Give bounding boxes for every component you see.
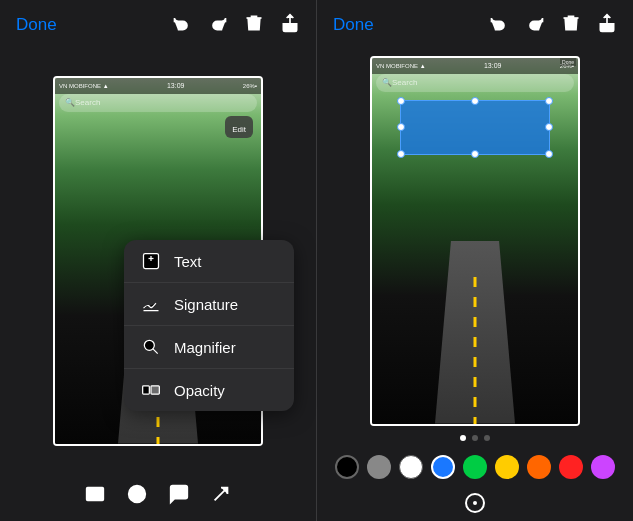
left-top-bar: Done	[0, 0, 316, 50]
right-panel: Done	[317, 0, 633, 521]
right-share-icon[interactable]	[597, 13, 617, 38]
road-line-right	[474, 277, 477, 423]
left-panel: Done	[0, 0, 316, 521]
sel-handle-mr[interactable]	[545, 123, 553, 131]
undo-icon[interactable]	[172, 13, 192, 38]
right-phone-area: VN MOBIFONE ▲ 13:09 26%▪ 🔍 Search	[317, 50, 633, 431]
menu-text-label: Text	[174, 253, 202, 270]
color-gray[interactable]	[367, 455, 391, 479]
phone-status-bar-left: VN MOBIFONE ▲ 13:09 26%▪	[55, 78, 261, 94]
speech-bubble-shape-icon[interactable]	[168, 483, 190, 510]
edit-button[interactable]: Edit	[225, 116, 253, 138]
circle-shape-icon[interactable]	[126, 483, 148, 510]
left-phone-area: VN MOBIFONE ▲ 13:09 26%▪ 🔍 Search Edit	[0, 50, 316, 471]
share-icon[interactable]	[280, 13, 300, 38]
left-done-button[interactable]: Done	[16, 15, 57, 35]
svg-rect-9	[87, 487, 104, 500]
sel-handle-br[interactable]	[545, 150, 553, 158]
time-text-right: 13:09	[484, 62, 502, 69]
carrier-text-right: VN MOBIFONE ▲	[376, 63, 426, 69]
edit-label: Edit	[232, 125, 246, 134]
text-icon	[140, 250, 162, 272]
phone-search-bar-right: 🔍 Search	[376, 74, 574, 92]
color-orange[interactable]	[527, 455, 551, 479]
right-trash-icon[interactable]	[561, 13, 581, 38]
trash-icon[interactable]	[244, 13, 264, 38]
svg-line-6	[153, 349, 158, 354]
svg-rect-8	[151, 386, 159, 394]
context-menu: Text Signature Magnifier	[124, 240, 294, 411]
sel-handle-tc[interactable]	[471, 97, 479, 105]
extra-status: Done	[560, 58, 576, 66]
right-redo-icon[interactable]	[525, 13, 545, 38]
color-palette	[317, 445, 633, 489]
sel-handle-bc[interactable]	[471, 150, 479, 158]
phone-search-bar-left: 🔍 Search	[59, 94, 257, 112]
menu-signature-label: Signature	[174, 296, 238, 313]
menu-item-text[interactable]: Text	[124, 240, 294, 283]
right-top-bar: Done	[317, 0, 633, 50]
selection-box[interactable]	[400, 100, 550, 155]
color-purple[interactable]	[591, 455, 615, 479]
menu-item-opacity[interactable]: Opacity	[124, 369, 294, 411]
color-red[interactable]	[559, 455, 583, 479]
magnifier-icon	[140, 336, 162, 358]
sel-handle-bl[interactable]	[397, 150, 405, 158]
color-black[interactable]	[335, 455, 359, 479]
sel-handle-ml[interactable]	[397, 123, 405, 131]
redo-icon[interactable]	[208, 13, 228, 38]
opacity-icon	[140, 379, 162, 401]
color-blue[interactable]	[431, 455, 455, 479]
phone-screenshot-right: VN MOBIFONE ▲ 13:09 26%▪ 🔍 Search	[372, 58, 578, 424]
shapes-bar	[0, 471, 316, 521]
right-toolbar	[489, 13, 617, 38]
time-text-left: 13:09	[167, 82, 185, 89]
menu-magnifier-label: Magnifier	[174, 339, 236, 356]
left-toolbar	[172, 13, 300, 38]
battery-text-left: 26%▪	[243, 83, 257, 89]
svg-rect-7	[143, 386, 150, 394]
menu-item-magnifier[interactable]: Magnifier	[124, 326, 294, 369]
carrier-text-left: VN MOBIFONE ▲	[59, 83, 109, 89]
search-icon-right: 🔍	[382, 78, 392, 87]
menu-opacity-label: Opacity	[174, 382, 225, 399]
dot-2	[472, 435, 478, 441]
menu-item-signature[interactable]: Signature	[124, 283, 294, 326]
rectangle-shape-icon[interactable]	[84, 483, 106, 510]
pen-size-bar	[317, 489, 633, 521]
color-white[interactable]	[399, 455, 423, 479]
signature-icon	[140, 293, 162, 315]
right-phone-frame: VN MOBIFONE ▲ 13:09 26%▪ 🔍 Search	[370, 56, 580, 426]
search-text-right: Search	[392, 78, 417, 87]
svg-point-10	[129, 485, 146, 502]
search-icon-left: 🔍	[65, 98, 75, 107]
dot-1	[460, 435, 466, 441]
sel-handle-tr[interactable]	[545, 97, 553, 105]
dot-3	[484, 435, 490, 441]
right-done-button[interactable]: Done	[333, 15, 374, 35]
right-undo-icon[interactable]	[489, 13, 509, 38]
color-green[interactable]	[463, 455, 487, 479]
arrow-shape-icon[interactable]	[210, 483, 232, 510]
sel-handle-tl[interactable]	[397, 97, 405, 105]
dots-pagination	[317, 431, 633, 445]
search-text-left: Search	[75, 98, 100, 107]
phone-status-bar-right: VN MOBIFONE ▲ 13:09 26%▪	[372, 58, 578, 74]
color-yellow[interactable]	[495, 455, 519, 479]
pen-size-indicator[interactable]	[465, 493, 485, 513]
